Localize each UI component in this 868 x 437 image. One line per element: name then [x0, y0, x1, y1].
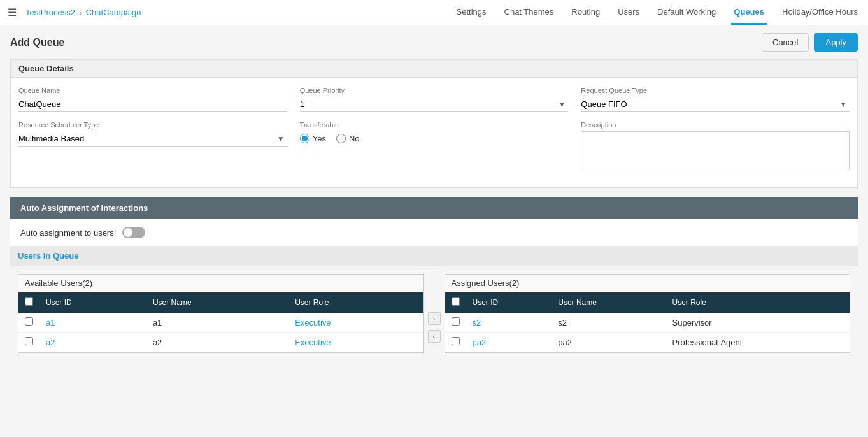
assigned-users-container: Assigned Users(2) User ID User Name User…	[445, 274, 851, 353]
transferable-no-option[interactable]: No	[336, 134, 360, 143]
breadcrumb-current[interactable]: ChatCampaign	[86, 8, 141, 17]
tab-default-working[interactable]: Default Working	[655, 0, 718, 25]
auto-assignment-label: Auto assignment to users:	[20, 228, 116, 238]
transfer-right-button[interactable]: ›	[428, 312, 441, 325]
tab-chat-themes[interactable]: Chat Themes	[502, 0, 557, 25]
form-row-1: Queue Name Queue Priority 1 2 3 ▼	[18, 87, 850, 112]
tab-holiday[interactable]: Holiday/Office Hours	[779, 0, 860, 25]
transferable-yes-label: Yes	[313, 134, 326, 143]
available-row1-checkbox[interactable]	[25, 317, 33, 326]
assigned-row2-checkbox[interactable]	[452, 337, 460, 345]
auto-assignment-header: Auto Assignment of Interactions	[10, 197, 858, 219]
available-checkbox-header	[18, 292, 39, 313]
queue-details-header: Queue Details	[11, 60, 857, 78]
queue-details-section: Queue Details Queue Name Queue Priority …	[10, 59, 858, 188]
available-users-container: Available Users(2) User ID User Name Use…	[18, 274, 424, 353]
request-queue-type-group: Request Queue Type Queue FIFO Queue LIFO…	[581, 87, 850, 112]
nav-tabs: Settings Chat Themes Routing Users Defau…	[454, 0, 868, 25]
available-row2-userid-link[interactable]: a2	[46, 338, 55, 347]
assigned-select-all-checkbox[interactable]	[452, 297, 460, 306]
available-users-header-row: User ID User Name User Role	[18, 292, 423, 313]
assigned-row1-checkbox-cell	[445, 313, 466, 333]
available-row1-username: a1	[146, 313, 288, 333]
apply-button[interactable]: Apply	[814, 33, 858, 52]
available-userid-header: User ID	[39, 292, 146, 313]
assigned-row2-username: pa2	[551, 333, 665, 352]
queue-name-label: Queue Name	[18, 87, 287, 94]
transferable-yes-radio[interactable]	[300, 134, 309, 143]
queue-priority-select[interactable]: 1 2 3	[300, 97, 569, 111]
menu-icon[interactable]: ☰	[8, 6, 17, 18]
header-actions: Cancel Apply	[762, 33, 858, 52]
available-users-title: Available Users(2)	[18, 275, 423, 292]
available-row2-userid: a2	[39, 333, 146, 352]
assigned-users-title: Assigned Users(2)	[445, 275, 850, 292]
assigned-row1-username: s2	[551, 313, 665, 333]
auto-assignment-toggle[interactable]	[122, 227, 145, 238]
tab-users[interactable]: Users	[615, 0, 642, 25]
assigned-row2-userid: pa2	[466, 333, 552, 352]
top-nav: ☰ TestProcess2 › ChatCampaign Settings C…	[0, 0, 868, 25]
resource-scheduler-group: Resource Scheduler Type Multimedia Based…	[18, 121, 287, 169]
assigned-userrole-header: User Role	[666, 292, 850, 313]
description-label: Description	[581, 121, 850, 129]
available-select-all-checkbox[interactable]	[25, 297, 33, 306]
transferable-no-radio[interactable]	[336, 134, 346, 143]
queue-priority-select-wrap: 1 2 3 ▼	[300, 97, 569, 112]
breadcrumb-separator: ›	[79, 8, 82, 18]
request-queue-type-select-wrap: Queue FIFO Queue LIFO ▼	[581, 97, 850, 112]
assigned-row1-userid: s2	[466, 313, 552, 333]
tab-queues[interactable]: Queues	[731, 0, 767, 25]
available-row1-userid-link[interactable]: a1	[46, 318, 55, 327]
assigned-checkbox-header	[445, 292, 466, 313]
auto-assignment-body: Auto assignment to users:	[10, 219, 858, 246]
transfer-arrows: › ‹	[424, 274, 445, 343]
resource-scheduler-select-wrap: Multimedia Based Single Media Based ▼	[18, 131, 287, 147]
assigned-row1-userrole: Supervisor	[666, 313, 850, 333]
tab-routing[interactable]: Routing	[569, 0, 602, 25]
table-row: pa2 pa2 Professional-Agent	[445, 333, 850, 352]
assigned-users-table: User ID User Name User Role s2 s2 Superv…	[445, 292, 850, 352]
available-row1-userrole: Executive	[288, 313, 423, 333]
table-row: a1 a1 Executive	[18, 313, 423, 333]
assigned-users-header-row: User ID User Name User Role	[445, 292, 850, 313]
users-in-queue-header: Users in Queue	[10, 246, 858, 266]
tab-settings[interactable]: Settings	[454, 0, 489, 25]
available-userrole-header: User Role	[288, 292, 423, 313]
resource-scheduler-label: Resource Scheduler Type	[18, 121, 287, 129]
available-row1-userid: a1	[39, 313, 146, 333]
assigned-row2-userid-link[interactable]: pa2	[473, 338, 487, 347]
transferable-radio-group: Yes No	[300, 131, 569, 143]
assigned-row1-userid-link[interactable]: s2	[473, 318, 481, 327]
cancel-button[interactable]: Cancel	[762, 33, 809, 52]
resource-scheduler-select[interactable]: Multimedia Based Single Media Based	[18, 131, 287, 146]
available-row2-checkbox-cell	[18, 333, 39, 352]
page-title: Add Queue	[10, 37, 64, 48]
transferable-yes-option[interactable]: Yes	[300, 134, 326, 143]
transfer-left-button[interactable]: ‹	[428, 330, 441, 343]
available-row1-checkbox-cell	[18, 313, 39, 333]
assigned-row2-checkbox-cell	[445, 333, 466, 352]
queue-details-body: Queue Name Queue Priority 1 2 3 ▼	[11, 78, 857, 187]
queue-priority-group: Queue Priority 1 2 3 ▼	[300, 87, 569, 112]
users-in-queue-section: Users in Queue Available Users(2) User I…	[10, 246, 858, 361]
table-row: s2 s2 Supervisor	[445, 313, 850, 333]
auto-assignment-section: Auto Assignment of Interactions Auto ass…	[10, 197, 858, 246]
users-tables-area: Available Users(2) User ID User Name Use…	[10, 266, 858, 361]
breadcrumb-parent[interactable]: TestProcess2	[25, 8, 75, 17]
available-row2-username: a2	[146, 333, 288, 352]
transferable-group: Transferable Yes No	[300, 121, 569, 169]
available-row2-checkbox[interactable]	[25, 337, 33, 345]
available-row2-userrole: Executive	[288, 333, 423, 352]
assigned-username-header: User Name	[551, 292, 665, 313]
transferable-no-label: No	[349, 134, 360, 143]
assigned-userid-header: User ID	[466, 292, 552, 313]
queue-name-input[interactable]	[18, 97, 287, 112]
description-textarea[interactable]	[581, 131, 850, 169]
available-users-table: User ID User Name User Role a1 a1 Execut…	[18, 292, 423, 352]
table-row: a2 a2 Executive	[18, 333, 423, 352]
request-queue-type-select[interactable]: Queue FIFO Queue LIFO	[581, 97, 850, 111]
assigned-row1-checkbox[interactable]	[452, 317, 460, 326]
queue-priority-label: Queue Priority	[300, 87, 569, 94]
available-username-header: User Name	[146, 292, 288, 313]
